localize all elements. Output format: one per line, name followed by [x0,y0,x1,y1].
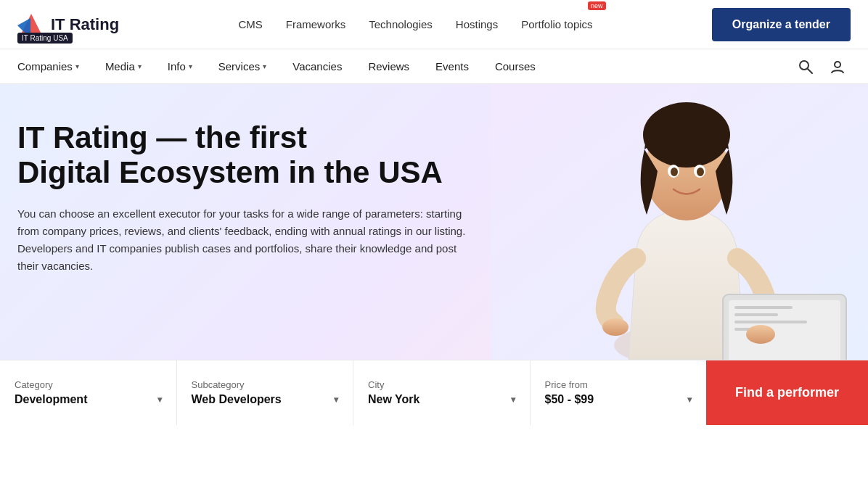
nav-events[interactable]: Events [422,49,482,84]
subcategory-field[interactable]: Subcategory Web Developers ▾ [177,360,354,425]
svg-rect-18 [734,313,778,316]
user-icon [830,59,846,75]
city-field[interactable]: City New York ▾ [353,360,531,425]
search-icon [798,59,813,74]
city-chevron-icon: ▾ [511,395,515,405]
svg-rect-17 [734,306,793,309]
hero-description: You can choose an excellent executor for… [17,205,475,275]
city-label: City [368,379,515,390]
logo-area: IT Rating IT Rating USA [17,11,119,38]
logo-text: IT Rating [51,15,119,34]
subcategory-label: Subcategory [192,379,339,390]
new-badge: new [588,1,606,10]
chevron-down-icon: ▾ [189,62,192,70]
topnav-portfolio-topics-wrap[interactable]: Portfolio topics new [521,7,592,42]
search-bar: Category Development ▾ Subcategory Web D… [0,360,868,425]
nav-media[interactable]: Media ▾ [92,49,155,84]
hero-content: IT Rating — the first Digital Ecosystem … [17,120,475,275]
category-field[interactable]: Category Development ▾ [0,360,177,425]
nav-vacancies[interactable]: Vacancies [279,49,355,84]
chevron-down-icon: ▾ [75,62,79,70]
svg-point-4 [835,62,840,67]
topnav-portfolio-topics[interactable]: Portfolio topics [521,7,592,42]
topnav-technologies[interactable]: Technologies [369,7,433,42]
chevron-down-icon: ▾ [138,62,142,70]
subcategory-chevron-icon: ▾ [334,395,338,405]
price-label: Price from [545,379,692,390]
subcategory-value: Web Developers ▾ [192,393,339,406]
user-button[interactable] [824,54,851,80]
top-bar: IT Rating IT Rating USA CMS Frameworks T… [0,0,868,49]
search-button[interactable] [793,54,819,80]
category-value: Development ▾ [15,393,162,406]
chevron-down-icon: ▾ [263,62,266,70]
svg-point-2 [800,61,808,70]
svg-rect-19 [734,321,807,323]
nav-companies[interactable]: Companies ▾ [17,49,92,84]
organize-tender-button[interactable]: Organize a tender [712,8,851,41]
hero-image [491,84,868,360]
hero-section: IT Rating — the first Digital Ecosystem … [0,84,868,360]
svg-point-12 [671,168,678,176]
topnav-frameworks[interactable]: Frameworks [286,7,346,42]
price-value: $50 - $99 ▾ [545,393,692,406]
price-field[interactable]: Price from $50 - $99 ▾ [531,360,707,425]
nav-courses[interactable]: Courses [482,49,549,84]
main-nav-items: Companies ▾ Media ▾ Info ▾ Services ▾ Va… [0,49,793,84]
hero-illustration [491,84,868,360]
category-chevron-icon: ▾ [157,395,162,405]
svg-line-3 [808,69,812,73]
category-label: Category [15,379,162,390]
topnav-cms[interactable]: CMS [238,7,262,42]
nav-icons [793,54,868,80]
city-value: New York ▾ [368,393,515,406]
main-nav: Companies ▾ Media ▾ Info ▾ Services ▾ Va… [0,49,868,84]
svg-point-13 [697,168,704,176]
hero-title: IT Rating — the first Digital Ecosystem … [17,120,475,191]
nav-services[interactable]: Services ▾ [205,49,280,84]
top-nav: CMS Frameworks Technologies Hostings Por… [238,7,592,42]
svg-point-23 [746,325,775,344]
topnav-hostings[interactable]: Hostings [456,7,498,42]
logo-badge: IT Rating USA [17,33,73,44]
nav-reviews[interactable]: Reviews [355,49,422,84]
nav-info[interactable]: Info ▾ [155,49,205,84]
find-performer-button[interactable]: Find a performer [706,360,868,425]
price-chevron-icon: ▾ [687,395,692,405]
svg-point-22 [602,318,629,336]
